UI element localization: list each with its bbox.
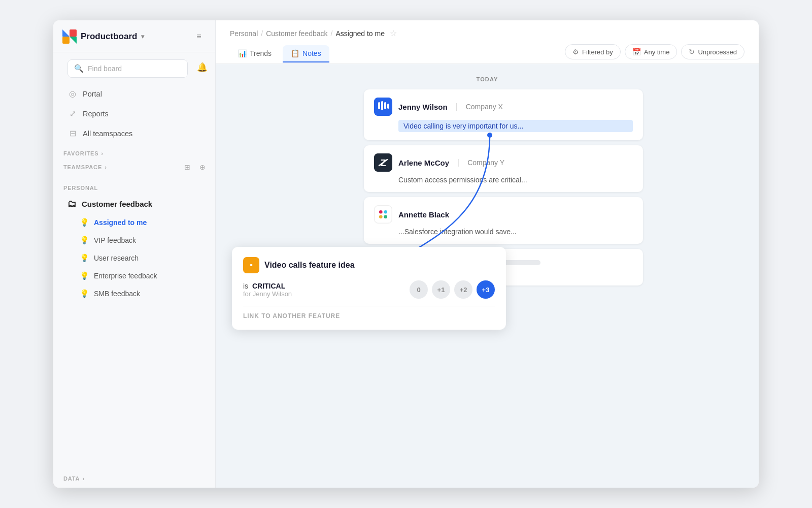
breadcrumb-sep2: /: [331, 29, 333, 38]
note-card-jenny-wilson[interactable]: Jenny Wilson | Company X Video calling i…: [364, 89, 643, 140]
teamspaces-icon: ⊟: [67, 129, 78, 138]
svg-point-13: [384, 210, 387, 214]
collapse-icon: ≡: [196, 32, 201, 41]
sidebar: Productboard ▾ ≡ 🔍 Find board 🔔 ◎ Portal…: [53, 20, 216, 488]
sidebar-item-portal[interactable]: ◎ Portal: [57, 84, 211, 103]
criticality-for: for Jenny Wilson: [243, 290, 292, 298]
svg-marker-2: [62, 29, 70, 37]
brand-logo-area[interactable]: Productboard ▾: [62, 29, 144, 44]
feature-name: Video calls feature idea: [264, 261, 355, 270]
content-area: TODAY: [216, 64, 759, 488]
jenny-wilson-company: Company X: [466, 103, 503, 111]
filter-group: ⚙ Filtered by 📅 Any time ↻ Unprocessed: [565, 44, 745, 64]
sidebar-item-label: Reports: [83, 110, 109, 118]
filtered-by-label: Filtered by: [582, 48, 613, 56]
criticality-info: is CRITICAL for Jenny Wilson: [243, 282, 292, 298]
breadcrumb-current: Assigned to me: [335, 29, 385, 38]
breadcrumb-personal[interactable]: Personal: [230, 29, 258, 38]
favorite-star-button[interactable]: ☆: [390, 28, 397, 38]
annette-black-name: Annette Black: [398, 210, 449, 219]
feature-icon: ▪: [243, 257, 259, 273]
svg-rect-1: [70, 29, 77, 37]
any-time-button[interactable]: 📅 Any time: [625, 44, 678, 59]
popup-criticality-row: is CRITICAL for Jenny Wilson 0 +1 +2 +3: [243, 280, 495, 299]
notes-tab-icon: 📋: [291, 49, 299, 57]
personal-label: PERSONAL: [53, 179, 215, 194]
teamspace-section: TEAMSPACE › ⊞ ⊕: [53, 158, 215, 176]
link-to-feature-button[interactable]: LINK TO ANOTHER FEATURE: [243, 306, 495, 320]
data-chevron: ›: [82, 475, 85, 482]
notification-bell-button[interactable]: 🔔: [195, 60, 209, 74]
score-3-active[interactable]: +3: [477, 280, 495, 299]
search-icon: 🔍: [74, 64, 84, 73]
favorites-section[interactable]: FAVORITES ›: [53, 143, 215, 158]
teamspace-label[interactable]: TEAMSPACE ›: [63, 164, 107, 170]
search-bar[interactable]: 🔍 Find board: [67, 59, 188, 78]
calendar-icon: 📅: [632, 48, 641, 56]
svg-rect-0: [62, 37, 70, 44]
arlene-mccoy-avatar: Z: [374, 153, 392, 172]
sidebar-item-label: Portal: [83, 90, 102, 98]
popup-card: ▪ Video calls feature idea is CRITICAL f…: [232, 247, 506, 330]
personal-section: PERSONAL 🗂 Customer feedback 💡 Assigned …: [53, 176, 215, 303]
sidebar-item-all-teamspaces[interactable]: ⊟ All teamspaces: [57, 124, 211, 143]
sidebar-item-smb-feedback[interactable]: 💡 SMB feedback: [57, 285, 211, 302]
svg-rect-7: [384, 102, 386, 109]
any-time-label: Any time: [644, 48, 670, 56]
tabs-row: 📊 Trends 📋 Notes ⚙ Filtered by 📅 Any tim…: [230, 40, 745, 64]
breadcrumb: Personal / Customer feedback / Assigned …: [230, 20, 745, 40]
note-card-arlene-mccoy[interactable]: Z Arlene McCoy | Company Y Custom access…: [364, 145, 643, 192]
score-1[interactable]: +1: [432, 280, 450, 299]
sidebar-item-enterprise-feedback[interactable]: 💡 Enterprise feedback: [57, 267, 211, 284]
annette-black-avatar: [374, 205, 392, 224]
unprocessed-button[interactable]: ↻ Unprocessed: [681, 44, 745, 59]
svg-point-15: [379, 215, 383, 218]
svg-rect-5: [378, 102, 380, 109]
user-research-icon: 💡: [80, 253, 89, 263]
sidebar-item-customer-feedback[interactable]: 🗂 Customer feedback: [57, 195, 211, 213]
sidebar-item-assigned-to-me[interactable]: 💡 Assigned to me: [57, 214, 211, 231]
tab-trends[interactable]: 📊 Trends: [230, 45, 280, 62]
data-section[interactable]: DATA ›: [53, 469, 215, 488]
sidebar-item-user-research[interactable]: 💡 User research: [57, 249, 211, 267]
enterprise-icon: 💡: [80, 271, 89, 280]
svg-marker-3: [70, 37, 77, 44]
svg-point-14: [384, 215, 387, 218]
score-0[interactable]: 0: [410, 280, 428, 299]
filtered-by-button[interactable]: ⚙ Filtered by: [565, 44, 621, 59]
brand-icon: [62, 29, 77, 44]
today-section-title: TODAY: [232, 76, 742, 82]
sidebar-item-vip-feedback[interactable]: 💡 VIP feedback: [57, 232, 211, 249]
assigned-icon: 💡: [80, 218, 89, 227]
trends-tab-icon: 📊: [238, 49, 247, 57]
note-card-annette-black[interactable]: Annette Black ...Salesforce integration …: [364, 197, 643, 244]
collapse-sidebar-button[interactable]: ≡: [192, 29, 206, 44]
score-2[interactable]: +2: [454, 280, 472, 299]
favorites-chevron: ›: [101, 151, 103, 156]
criticality-value: CRITICAL: [252, 282, 285, 290]
topbar: Personal / Customer feedback / Assigned …: [216, 20, 759, 64]
breadcrumb-customer-feedback[interactable]: Customer feedback: [266, 29, 327, 38]
svg-rect-8: [387, 104, 389, 109]
sidebar-item-reports[interactable]: ⤢ Reports: [57, 104, 211, 123]
tab-notes[interactable]: 📋 Notes: [283, 45, 329, 62]
jenny-wilson-name: Jenny Wilson: [398, 103, 448, 111]
annette-black-note-text: ...Salesforce integration would save...: [374, 228, 633, 236]
teamspace-add-button[interactable]: ⊕: [196, 161, 209, 174]
popup-feature-header: ▪ Video calls feature idea: [243, 257, 495, 273]
arlene-mccoy-name: Arlene McCoy: [398, 158, 449, 167]
unprocessed-icon: ↻: [689, 48, 695, 56]
note-header: Annette Black: [374, 205, 633, 224]
sidebar-item-label: All teamspaces: [83, 130, 132, 138]
note-header: Jenny Wilson | Company X: [374, 98, 633, 116]
divider2: |: [457, 158, 459, 167]
svg-rect-11: [375, 206, 392, 223]
reports-icon: ⤢: [67, 109, 78, 118]
smb-icon: 💡: [80, 289, 89, 298]
tab-trends-label: Trends: [250, 49, 272, 57]
teamspace-filter-button[interactable]: ⊞: [181, 161, 194, 174]
criticality-text: is CRITICAL: [243, 282, 292, 290]
tab-notes-label: Notes: [302, 49, 321, 57]
teamspace-chevron: ›: [105, 164, 107, 170]
portal-icon: ◎: [67, 89, 78, 99]
